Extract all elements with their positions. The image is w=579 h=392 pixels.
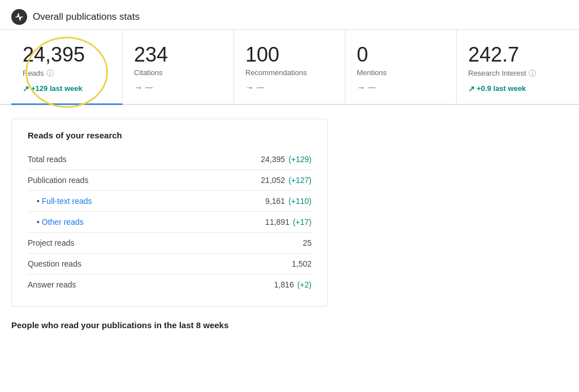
reads-info-icon[interactable]: ⓘ	[46, 68, 54, 79]
recommendations-label: Recommendations	[245, 68, 334, 77]
reads-row-value: 1,502	[186, 253, 312, 274]
reads-table-row: Publication reads21,052(+127)	[28, 169, 312, 190]
mentions-arrow-icon: →	[357, 82, 365, 92]
research-interest-value: 242.7	[468, 43, 556, 66]
page-wrapper: Overall publications stats 24,395 Reads …	[0, 0, 579, 392]
research-interest-label: Research Interest ⓘ	[468, 68, 556, 79]
citations-value: 234	[134, 43, 222, 66]
reads-row-link[interactable]: Other reads	[42, 217, 84, 227]
page-header: Overall publications stats	[0, 0, 579, 30]
reads-row-value: 24,395(+129)	[186, 149, 312, 170]
reads-row-label: Publication reads	[28, 169, 186, 190]
reads-row-value: 25	[186, 232, 312, 253]
people-section-title: People who read your publications in the…	[11, 320, 568, 330]
pulse-icon	[15, 12, 24, 21]
citations-arrow-icon: →	[134, 82, 142, 92]
research-interest-trend-icon: ↗	[468, 84, 475, 93]
reads-row-value: 11,891(+17)	[186, 211, 312, 232]
reads-detail-title: Reads of your research	[28, 130, 312, 140]
recommendations-sub: → —	[245, 82, 334, 92]
reads-row-label: Question reads	[28, 253, 186, 274]
reads-row-delta: (+17)	[293, 217, 312, 227]
stat-card-recommendations[interactable]: 100 Recommendations → —	[234, 30, 345, 104]
stat-card-mentions[interactable]: 0 Mentions → —	[345, 30, 457, 104]
reads-value: 24,395	[23, 43, 111, 66]
page-title: Overall publications stats	[33, 11, 140, 23]
citations-sub: → —	[134, 82, 222, 92]
reads-row-value: 1,816(+2)	[186, 274, 312, 295]
reads-table-row: Full-text reads9,161(+110)	[28, 190, 312, 211]
reads-detail-card: Reads of your research Total reads24,395…	[11, 119, 328, 307]
recommendations-value: 100	[245, 43, 334, 66]
reads-table-row: Other reads11,891(+17)	[28, 211, 312, 232]
stat-card-citations[interactable]: 234 Citations → —	[123, 30, 234, 104]
reads-row-delta: (+110)	[288, 197, 312, 206]
reads-row-label: Other reads	[28, 211, 186, 232]
research-interest-info-icon[interactable]: ⓘ	[529, 68, 536, 79]
reads-label: Reads ⓘ	[23, 68, 111, 79]
reads-row-delta: (+129)	[288, 155, 312, 164]
reads-row-value: 9,161(+110)	[186, 190, 312, 211]
mentions-label: Mentions	[357, 68, 445, 77]
reads-table-row: Total reads24,395(+129)	[28, 149, 312, 170]
reads-row-label: Full-text reads	[28, 190, 186, 211]
reads-row-value: 21,052(+127)	[186, 169, 312, 190]
stat-card-reads[interactable]: 24,395 Reads ⓘ ↗ +129 last week	[11, 30, 123, 105]
reads-trend: ↗ +129 last week	[23, 84, 83, 93]
reads-row-link[interactable]: Full-text reads	[42, 197, 92, 206]
people-section: People who read your publications in the…	[0, 307, 579, 330]
reads-table-row: Question reads1,502	[28, 253, 312, 274]
reads-sub: ↗ +129 last week	[23, 84, 111, 93]
reads-table: Total reads24,395(+129)Publication reads…	[28, 149, 312, 295]
reads-row-delta: (+2)	[297, 280, 312, 289]
reads-row-label: Answer reads	[28, 274, 186, 295]
reads-row-label: Project reads	[28, 232, 186, 253]
reads-row-label: Total reads	[28, 149, 186, 170]
recommendations-arrow-icon: →	[245, 82, 254, 92]
mentions-value: 0	[357, 43, 445, 66]
stat-card-research-interest[interactable]: 242.7 Research Interest ⓘ ↗ +0.9 last we…	[457, 30, 568, 104]
citations-label: Citations	[134, 68, 222, 77]
stats-row: 24,395 Reads ⓘ ↗ +129 last week 234 Cita…	[0, 30, 579, 105]
reads-row-delta: (+127)	[288, 176, 312, 185]
header-icon	[11, 9, 27, 25]
research-interest-trend: ↗ +0.9 last week	[468, 84, 526, 93]
reads-table-row: Project reads25	[28, 232, 312, 253]
trend-up-icon: ↗	[23, 84, 29, 93]
research-interest-sub: ↗ +0.9 last week	[468, 84, 556, 93]
mentions-sub: → —	[357, 82, 445, 92]
reads-table-row: Answer reads1,816(+2)	[28, 274, 312, 295]
